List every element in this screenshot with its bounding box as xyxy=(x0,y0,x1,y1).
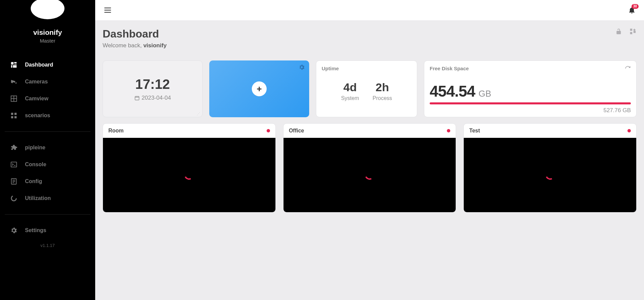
camera-card-office[interactable]: Office xyxy=(283,123,456,212)
camera-card-test[interactable]: Test xyxy=(463,123,637,212)
uptime-system-label: System xyxy=(341,95,359,101)
sidebar-item-label: scenarios xyxy=(25,112,50,119)
sidebar-item-label: Dashboard xyxy=(25,62,53,68)
svg-rect-24 xyxy=(634,31,636,33)
header-actions xyxy=(615,28,637,35)
sidebar-item-config[interactable]: Config xyxy=(0,173,95,190)
avatar xyxy=(27,0,68,20)
dashboard-icon xyxy=(10,61,18,69)
welcome-prefix: Welcome back, xyxy=(103,42,143,49)
uptime-process: 2h Process xyxy=(373,81,392,101)
clock-card: 17:12 2023-04-04 ⋰ xyxy=(103,60,203,117)
sidebar-profile: visionify Master xyxy=(0,0,95,44)
svg-rect-25 xyxy=(630,32,632,34)
svg-rect-5 xyxy=(13,65,17,68)
camera-card-room[interactable]: Room xyxy=(103,123,276,212)
menu-toggle-button[interactable] xyxy=(103,6,112,15)
uptime-system-value: 4d xyxy=(341,81,359,94)
widgets-toggle-icon[interactable] xyxy=(629,28,637,35)
page-header: Dashboard Welcome back, visionify xyxy=(103,28,637,49)
welcome-text: Welcome back, visionify xyxy=(103,42,167,49)
sidebar-item-label: Cameras xyxy=(25,79,48,85)
sidebar-item-label: Utilization xyxy=(25,195,51,201)
svg-rect-14 xyxy=(11,162,17,167)
notification-badge: 30 xyxy=(632,4,639,9)
status-dot xyxy=(627,129,631,132)
sidebar-item-utilization[interactable]: Utilization xyxy=(0,190,95,207)
svg-rect-12 xyxy=(11,116,13,118)
clock-time: 17:12 xyxy=(135,77,170,92)
user-role: Master xyxy=(40,38,55,44)
notifications-button[interactable]: 30 xyxy=(628,6,636,14)
camera-feed xyxy=(103,138,275,212)
unlock-icon[interactable] xyxy=(615,28,622,35)
calendar-icon xyxy=(134,95,140,101)
clock-date: 2023-04-04 xyxy=(134,95,171,101)
spinner-icon xyxy=(544,169,556,181)
uptime-process-value: 2h xyxy=(373,81,392,94)
sidebar-item-cameras[interactable]: Cameras xyxy=(0,73,95,90)
camera-feed xyxy=(284,138,456,212)
svg-rect-26 xyxy=(135,96,139,100)
terminal-icon xyxy=(10,161,18,168)
svg-rect-2 xyxy=(14,62,17,64)
sidebar-item-scenarios[interactable]: scenarios xyxy=(0,107,95,124)
sidebar-item-console[interactable]: Console xyxy=(0,156,95,173)
svg-rect-10 xyxy=(11,113,13,115)
topbar: 30 xyxy=(95,0,644,20)
sidebar-item-label: pipleine xyxy=(25,145,45,151)
sidebar-item-camview[interactable]: Camview xyxy=(0,90,95,107)
svg-rect-4 xyxy=(11,65,12,68)
add-widget-card[interactable]: + xyxy=(209,60,309,117)
status-dot xyxy=(267,129,270,132)
svg-rect-3 xyxy=(14,64,17,65)
disk-card: Free Disk Space 454.54 GB 527.76 GB xyxy=(424,60,637,117)
spinner-icon xyxy=(183,169,195,181)
camera-name: Room xyxy=(108,128,124,134)
refresh-icon[interactable] xyxy=(625,66,631,72)
svg-point-0 xyxy=(31,0,64,19)
camera-icon xyxy=(10,78,18,85)
sidebar-item-label: Settings xyxy=(25,227,46,233)
status-dot xyxy=(447,129,450,132)
version-label: v1.1.17 xyxy=(0,243,95,248)
uptime-card: Uptime 4d System 2h Process xyxy=(316,60,417,117)
sidebar-item-label: Camview xyxy=(25,96,48,102)
gear-icon xyxy=(10,227,18,234)
svg-point-6 xyxy=(16,82,17,84)
cameras-row: Room Office Test xyxy=(103,123,637,212)
spinner-icon xyxy=(364,169,376,181)
donut-icon xyxy=(10,195,18,202)
main: 30 Dashboard Welcome back, visionify 17 xyxy=(95,0,644,300)
uptime-title: Uptime xyxy=(322,66,411,71)
brand-name: visionify xyxy=(33,28,62,36)
plus-icon: + xyxy=(252,81,267,96)
sidebar-item-dashboard[interactable]: Dashboard xyxy=(0,56,95,73)
nav-divider xyxy=(5,214,90,215)
gear-icon[interactable] xyxy=(298,64,305,71)
content: Dashboard Welcome back, visionify 17:12 … xyxy=(95,20,644,220)
sidebar-item-pipeline[interactable]: pipleine xyxy=(0,139,95,156)
grid-icon xyxy=(10,95,18,102)
nav-tertiary: Settings xyxy=(0,222,95,239)
sidebar-item-label: Config xyxy=(25,178,42,184)
resize-handle-icon[interactable]: ⋰ xyxy=(197,112,200,116)
disk-free-value: 454.54 xyxy=(430,82,475,100)
nav-primary: Dashboard Cameras Camview scenarios xyxy=(0,56,95,124)
sidebar-item-settings[interactable]: Settings xyxy=(0,222,95,239)
puzzle-icon xyxy=(10,144,18,151)
stats-row: 17:12 2023-04-04 ⋰ + Uptime 4d xyxy=(103,60,637,117)
svg-rect-13 xyxy=(15,116,17,118)
svg-rect-1 xyxy=(11,62,14,65)
nav-secondary: pipleine Console Config Utilization xyxy=(0,139,95,207)
camera-feed xyxy=(464,138,636,212)
disk-total: 527.76 GB xyxy=(430,107,631,114)
svg-point-19 xyxy=(11,196,17,201)
camera-name: Office xyxy=(289,128,304,134)
disk-progress-bar xyxy=(430,102,631,104)
svg-rect-11 xyxy=(15,113,17,115)
widgets-icon xyxy=(10,112,18,119)
uptime-process-label: Process xyxy=(373,95,392,101)
camera-name: Test xyxy=(469,128,480,134)
welcome-name: visionify xyxy=(143,42,167,49)
